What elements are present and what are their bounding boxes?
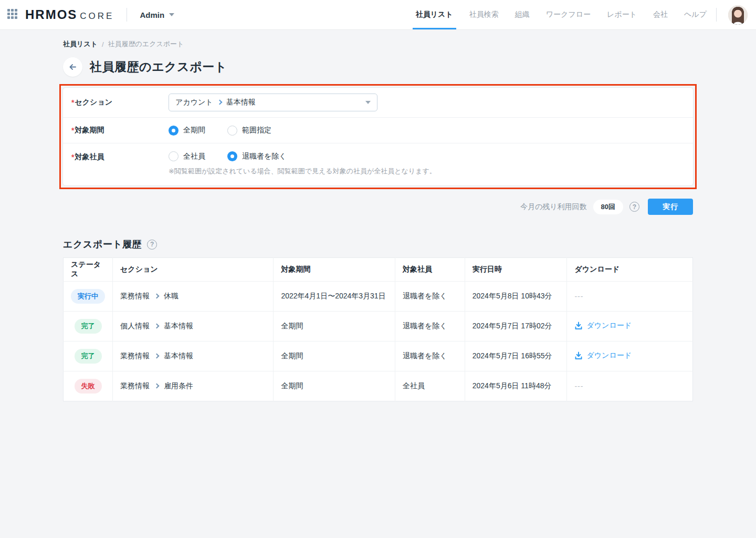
role-selector[interactable]: Admin [140, 11, 174, 19]
caret-down-icon [365, 101, 371, 104]
download-link[interactable]: ダウンロード [574, 321, 632, 330]
status-badge: 失敗 [75, 379, 102, 394]
form-row-target: *対象社員 全社員 退職者を除く ※閲覧範囲が設定されている場合、閲覧範囲で見え [63, 143, 693, 185]
main-navigation: 社員リスト 社員検索 組織 ワークフロー レポート 会社 ヘルプ [416, 0, 707, 29]
chevron-right-icon [217, 100, 222, 105]
download-unavailable: --- [574, 292, 583, 301]
section-select-parent-value: アカウント [175, 98, 213, 107]
status-badge: 完了 [75, 319, 102, 334]
table-row: 失敗 業務情報 雇用条件 全期間 全社員 2024年5月6日 11時48分 --… [64, 371, 693, 401]
hrmos-core-logo: HRMOS CORE [25, 7, 114, 22]
avatar-image [728, 5, 748, 25]
breadcrumb: 社員リスト / 社員履歴のエクスポート [63, 39, 693, 49]
nav-tab-report[interactable]: レポート [607, 0, 637, 29]
download-unavailable: --- [574, 382, 583, 390]
nav-tab-employee-list[interactable]: 社員リスト [416, 0, 453, 29]
logo-brand-text: HRMOS [25, 7, 77, 22]
radio-selected-icon [169, 126, 178, 136]
header-divider [716, 8, 717, 22]
export-history-table: ステータス セクション 対象期間 対象社員 実行日時 ダウンロード 実行中 業務… [63, 257, 693, 401]
radio-unselected-icon [227, 126, 237, 136]
status-badge: 実行中 [71, 289, 105, 304]
logo-sub-text: CORE [80, 11, 114, 22]
back-button[interactable] [63, 57, 82, 77]
download-icon [574, 322, 583, 330]
apps-grid-icon[interactable] [7, 9, 19, 20]
breadcrumb-parent-link[interactable]: 社員リスト [63, 39, 98, 49]
column-header-status: ステータス [64, 258, 113, 282]
required-mark: * [71, 153, 74, 161]
table-header-row: ステータス セクション 対象期間 対象社員 実行日時 ダウンロード [64, 258, 693, 282]
avatar[interactable] [728, 5, 748, 25]
quota-row: 今月の残り利用回数 80回 実行 [63, 199, 693, 215]
table-row: 完了 業務情報 基本情報 全期間 退職者を除く 2024年5月7日 16時55分 [64, 342, 693, 371]
download-link[interactable]: ダウンロード [574, 351, 632, 360]
chevron-right-icon [154, 384, 160, 389]
role-label: Admin [140, 11, 164, 19]
quota-count-badge: 80回 [593, 200, 623, 214]
history-header: エクスポート履歴 [63, 238, 693, 251]
target-radio-group: 全社員 退職者を除く [169, 151, 436, 161]
nav-tab-organization[interactable]: 組織 [515, 0, 530, 29]
radio-option-all-period[interactable]: 全期間 [169, 126, 205, 136]
table-row: 完了 個人情報 基本情報 全期間 退職者を除く 2024年5月7日 17時02分 [64, 312, 693, 342]
form-row-section: *セクション アカウント 基本情報 [63, 88, 693, 117]
required-mark: * [71, 126, 74, 134]
section-select-child-value: 基本情報 [226, 98, 256, 107]
chevron-down-icon [169, 13, 174, 16]
radio-option-all-employees[interactable]: 全社員 [169, 151, 205, 161]
required-mark: * [71, 98, 74, 107]
chevron-right-icon [154, 294, 160, 299]
title-row: 社員履歴のエクスポート [63, 57, 693, 77]
page-title: 社員履歴のエクスポート [90, 59, 227, 75]
section-select[interactable]: アカウント 基本情報 [169, 94, 377, 111]
table-row: 実行中 業務情報 休職 2022年4月1日〜2024年3月31日 退職者を除く … [64, 282, 693, 312]
column-header-section: セクション [113, 258, 274, 282]
section-field-label: *セクション [71, 88, 169, 117]
period-radio-group: 全期間 範囲指定 [169, 126, 271, 136]
nav-tab-employee-search[interactable]: 社員検索 [469, 0, 499, 29]
nav-tab-company[interactable]: 会社 [653, 0, 668, 29]
download-icon [574, 351, 583, 360]
form-row-period: *対象期間 全期間 範囲指定 [63, 117, 693, 143]
target-note: ※閲覧範囲が設定されている場合、閲覧範囲で見える対象の社員が全社員となります。 [169, 167, 436, 176]
breadcrumb-current: 社員履歴のエクスポート [108, 39, 184, 49]
breadcrumb-separator: / [102, 40, 104, 48]
period-field-label: *対象期間 [71, 118, 169, 143]
radio-option-range[interactable]: 範囲指定 [227, 126, 271, 136]
annotation-highlight-box: *セクション アカウント 基本情報 *対象期間 全期間 [59, 84, 697, 189]
column-header-target: 対象社員 [395, 258, 465, 282]
radio-option-exclude-retired[interactable]: 退職者を除く [227, 151, 287, 161]
help-icon[interactable] [147, 240, 157, 250]
help-icon[interactable] [629, 202, 639, 212]
radio-selected-icon [227, 151, 237, 161]
status-badge: 完了 [75, 349, 102, 364]
chevron-right-icon [154, 354, 160, 359]
radio-unselected-icon [169, 151, 178, 161]
column-header-period: 対象期間 [274, 258, 395, 282]
nav-tab-help[interactable]: ヘルプ [684, 0, 707, 29]
column-header-datetime: 実行日時 [465, 258, 567, 282]
chevron-right-icon [154, 324, 160, 329]
nav-tab-workflow[interactable]: ワークフロー [546, 0, 591, 29]
top-bar: HRMOS CORE Admin 社員リスト 社員検索 組織 ワークフロー レポ… [0, 0, 756, 30]
target-field-label: *対象社員 [71, 151, 169, 163]
arrow-left-icon [68, 63, 77, 71]
history-title: エクスポート履歴 [63, 238, 142, 251]
page-content: 社員リスト / 社員履歴のエクスポート 社員履歴のエクスポート *セクション ア… [63, 39, 693, 401]
export-form-card: *セクション アカウント 基本情報 *対象期間 全期間 [62, 87, 694, 186]
run-export-button[interactable]: 実行 [648, 199, 693, 215]
quota-label: 今月の残り利用回数 [520, 202, 587, 212]
header-divider [127, 8, 127, 22]
column-header-download: ダウンロード [567, 258, 693, 282]
